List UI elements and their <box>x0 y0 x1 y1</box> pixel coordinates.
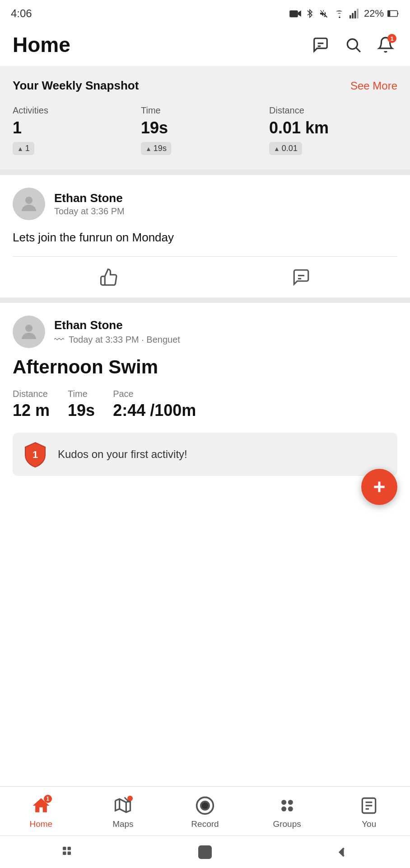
svg-rect-6 <box>357 9 359 19</box>
search-button[interactable] <box>341 33 365 57</box>
svg-rect-36 <box>63 851 66 855</box>
activity-distance-value: 12 m <box>13 401 50 420</box>
page-title: Home <box>13 33 70 57</box>
svg-rect-0 <box>289 10 298 17</box>
status-bar: 4:06 22% <box>0 0 410 25</box>
activity-stat-distance: Distance 12 m <box>13 389 50 420</box>
you-icon-wrap <box>357 795 381 816</box>
time-value: 19s <box>141 118 269 137</box>
home-icon-wrap: 1 <box>29 795 53 816</box>
activities-value: 1 <box>13 118 141 137</box>
battery-icon <box>387 9 399 18</box>
svg-rect-5 <box>354 11 356 19</box>
home-nav-label: Home <box>29 819 52 829</box>
status-icons: 22% <box>289 8 399 19</box>
activity-time-value: 19s <box>68 401 95 420</box>
android-home-button[interactable] <box>187 841 223 863</box>
activity-stats: Distance 12 m Time 19s Pace 2:44 /100m <box>13 389 397 420</box>
status-time: 4:06 <box>11 7 32 20</box>
nav-item-maps[interactable]: Maps <box>82 793 164 831</box>
battery-percent: 22% <box>364 8 384 19</box>
nav-item-home[interactable]: 1 Home <box>0 793 82 831</box>
snapshot-title: Your Weekly Snapshot <box>13 79 139 93</box>
notification-button[interactable]: 1 <box>374 33 397 57</box>
activity-stat-time: Time 19s <box>68 389 95 420</box>
activity-author-row: Ethan Stone 〰 Today at 3:33 PM · Benguet <box>13 316 397 348</box>
distance-change: ▲ 0.01 <box>269 142 302 155</box>
add-fab-button[interactable] <box>361 469 397 505</box>
comment-icon <box>292 268 311 287</box>
nav-item-groups[interactable]: Groups <box>246 793 328 831</box>
post-author-name[interactable]: Ethan Stone <box>54 191 125 205</box>
section-divider-1 <box>0 170 410 175</box>
svg-marker-1 <box>298 10 301 17</box>
svg-point-28 <box>281 807 286 811</box>
svg-rect-34 <box>63 847 66 850</box>
chat-icon <box>312 36 329 53</box>
post-author-row: Ethan Stone Today at 3:36 PM <box>13 188 397 220</box>
comment-button[interactable] <box>288 266 315 288</box>
chat-button[interactable] <box>309 33 332 57</box>
you-nav-label: You <box>362 819 376 829</box>
home-badge: 1 <box>44 795 52 803</box>
activity-time-location: Today at 3:33 PM · Benguet <box>69 335 180 345</box>
activity-title: Afternoon Swim <box>13 356 397 378</box>
arrow-up-icon: ▲ <box>145 145 152 152</box>
activity-time-label: Time <box>68 389 95 399</box>
maps-nav-label: Maps <box>112 819 133 829</box>
header-icons: 1 <box>309 33 397 57</box>
mute-icon <box>318 8 330 19</box>
activity-author-name[interactable]: Ethan Stone <box>54 318 180 332</box>
nav-item-record[interactable]: Record <box>164 793 246 831</box>
svg-point-29 <box>288 807 293 811</box>
groups-icon <box>277 796 297 816</box>
activity-stat-pace: Pace 2:44 /100m <box>113 389 196 420</box>
thumbs-up-icon <box>99 268 118 287</box>
weekly-snapshot: Your Weekly Snapshot See More Activities… <box>0 66 410 170</box>
app-header: Home 1 <box>0 25 410 66</box>
author-info: Ethan Stone Today at 3:36 PM <box>54 191 125 217</box>
nav-item-you[interactable]: You <box>328 793 410 831</box>
person-icon-2 <box>18 321 40 343</box>
activity-pace-label: Pace <box>113 389 196 399</box>
distance-value: 0.01 km <box>269 118 397 137</box>
activities-change: ▲ 1 <box>13 142 34 155</box>
snapshot-stats: Activities 1 ▲ 1 Time 19s ▲ 19s Distance… <box>13 105 397 155</box>
svg-point-2 <box>339 16 340 18</box>
camera-icon <box>289 9 302 19</box>
activity-distance-label: Distance <box>13 389 50 399</box>
stat-distance: Distance 0.01 km ▲ 0.01 <box>269 105 397 155</box>
android-recent-button[interactable] <box>50 841 86 863</box>
groups-nav-label: Groups <box>273 819 301 829</box>
svg-point-27 <box>288 800 293 805</box>
svg-point-14 <box>25 197 33 204</box>
svg-rect-35 <box>68 847 71 850</box>
svg-rect-4 <box>352 13 354 19</box>
swim-icon: 〰 <box>54 334 64 346</box>
kudos-badge: 1 <box>22 441 49 468</box>
activities-label: Activities <box>13 105 141 116</box>
search-icon <box>345 36 362 53</box>
svg-rect-38 <box>199 846 211 858</box>
person-icon <box>18 193 40 215</box>
activity-card: Ethan Stone 〰 Today at 3:33 PM · Benguet… <box>0 303 410 476</box>
post-actions <box>13 256 397 297</box>
post-card: Ethan Stone Today at 3:36 PM Lets join t… <box>0 175 410 297</box>
activity-pace-value: 2:44 /100m <box>113 401 196 420</box>
like-button[interactable] <box>95 266 122 288</box>
content-area: Your Weekly Snapshot See More Activities… <box>0 66 410 586</box>
arrow-up-icon: ▲ <box>17 145 23 152</box>
you-icon <box>359 796 379 816</box>
svg-point-17 <box>25 325 33 332</box>
post-content: Lets join the funrun on Monday <box>13 229 397 245</box>
groups-icon-wrap <box>275 795 299 816</box>
kudos-badge-icon: 1 <box>22 441 49 468</box>
see-more-link[interactable]: See More <box>350 80 397 92</box>
time-label: Time <box>141 105 269 116</box>
stat-activities: Activities 1 ▲ 1 <box>13 105 141 155</box>
svg-text:1: 1 <box>33 449 38 460</box>
bluetooth-icon <box>305 8 314 19</box>
maps-icon-wrap <box>111 795 135 816</box>
svg-rect-37 <box>68 851 71 855</box>
android-back-button[interactable] <box>324 841 360 863</box>
